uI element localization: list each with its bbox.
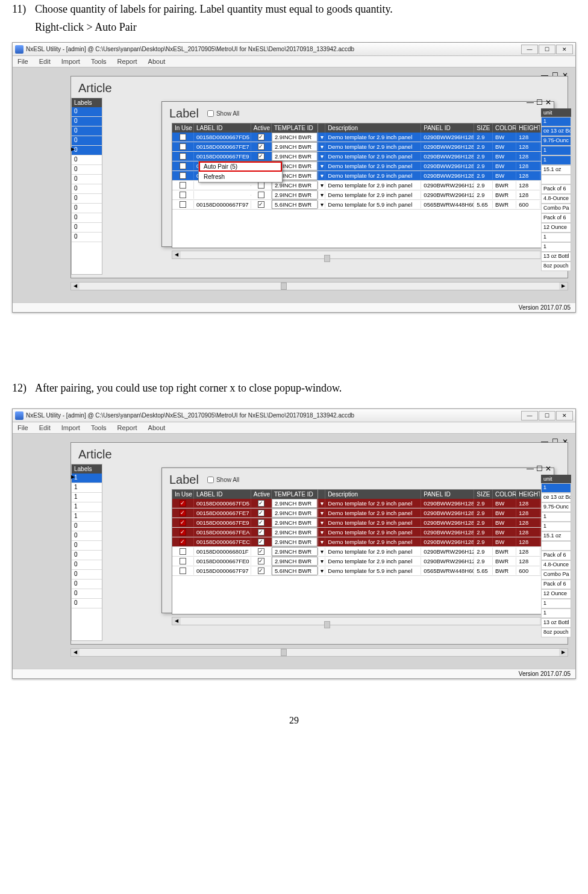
table-row[interactable]: 00158D0000667FE72.9INCH BWR▾Demo templat… — [172, 142, 548, 152]
inuse-checkbox[interactable] — [180, 500, 186, 507]
template-dropdown-icon[interactable]: ▾ — [317, 499, 325, 507]
table-row[interactable]: 00158D0000667FE92.9INCH BWR▾Demo templat… — [172, 152, 548, 161]
labels-cell[interactable]: 0 — [72, 522, 102, 531]
inuse-checkbox[interactable] — [180, 163, 186, 169]
labels-cell[interactable]: 0 — [72, 570, 102, 580]
outer-scroll-right[interactable]: ▶ — [559, 649, 568, 656]
minimize-button[interactable]: — — [521, 45, 538, 54]
labels-cell[interactable]: 0 — [72, 213, 102, 223]
labels-cell[interactable]: 1 — [72, 483, 102, 493]
template-dropdown-icon[interactable]: ▾ — [317, 133, 325, 141]
menu-file[interactable]: File — [17, 58, 28, 65]
unit-cell[interactable]: 1 — [541, 608, 571, 618]
template-dropdown-icon[interactable]: ▾ — [317, 201, 325, 208]
col-inuse[interactable]: In Use — [172, 123, 194, 133]
col-size[interactable]: SIZE — [474, 490, 493, 499]
labels-cell[interactable]: 0 — [72, 127, 102, 136]
inuse-checkbox[interactable] — [180, 143, 186, 150]
template-dropdown-icon[interactable]: ▾ — [317, 548, 325, 555]
unit-cell[interactable]: 1 — [541, 242, 571, 252]
grid-hscroll-2[interactable]: ◀▶ — [172, 617, 549, 625]
col-panel[interactable]: PANEL ID — [421, 123, 474, 133]
close-button[interactable]: ✕ — [556, 45, 573, 54]
labels-cell[interactable]: 1 — [72, 512, 102, 522]
inuse-checkbox[interactable] — [180, 558, 186, 564]
inuse-checkbox[interactable] — [180, 153, 186, 160]
unit-cell[interactable]: 4.8-Ounce — [541, 560, 571, 570]
col-inuse[interactable]: In Use — [172, 490, 194, 499]
labels-cell[interactable]: 0 — [72, 175, 102, 184]
unit-cell[interactable]: 1 — [541, 155, 571, 165]
table-row[interactable]: 00158D0000667F975.6INCH BWR▾Demo templat… — [172, 200, 548, 210]
labels-cell[interactable]: 0 — [72, 107, 102, 117]
unit-cell[interactable]: 9.75-Ounc — [541, 502, 571, 512]
unit-cell[interactable]: Pack of 6 — [541, 580, 571, 589]
outer-scroll-left[interactable]: ◀ — [71, 283, 80, 290]
popup-max-icon[interactable]: ☐ — [536, 464, 543, 473]
unit-cell[interactable]: 8oz pouch — [541, 261, 571, 271]
col-color[interactable]: COLOR — [493, 490, 516, 499]
unit-cell[interactable]: 1 — [541, 233, 571, 242]
template-dropdown-icon[interactable]: ▾ — [317, 538, 325, 546]
unit-cell[interactable]: 1 — [541, 483, 571, 493]
unit-cell[interactable]: 12 Ounce — [541, 223, 571, 233]
col-panel[interactable]: PANEL ID — [421, 490, 474, 499]
unit-cell[interactable]: 1 — [541, 146, 571, 155]
inuse-checkbox[interactable] — [180, 201, 186, 208]
labels-cell[interactable]: 0 — [72, 541, 102, 551]
unit-cell[interactable]: 13 oz Bottl — [541, 252, 571, 261]
template-dropdown-icon[interactable]: ▾ — [317, 567, 325, 575]
col-height[interactable]: HEIGHT — [516, 490, 540, 499]
labels-cell[interactable]: 1 — [72, 474, 102, 483]
active-checkbox[interactable] — [258, 143, 264, 150]
labels-cell[interactable]: 0 — [72, 531, 102, 541]
menu-auto-pair[interactable]: Auto Pair (5) — [199, 161, 282, 172]
unit-cell[interactable]: 1 — [541, 512, 571, 522]
cell-template[interactable]: 2.9INCH BWR — [272, 142, 317, 151]
inuse-checkbox[interactable] — [180, 567, 186, 574]
active-checkbox[interactable] — [258, 500, 264, 507]
unit-cell[interactable]: 9.75-Ounc — [541, 136, 571, 146]
cell-template[interactable]: 2.9INCH BWR — [272, 133, 317, 142]
template-dropdown-icon[interactable]: ▾ — [317, 509, 325, 517]
outer-scroll-left[interactable]: ◀ — [71, 649, 80, 656]
minimize-button[interactable]: — — [521, 411, 538, 420]
active-checkbox[interactable] — [258, 192, 264, 198]
menu-about[interactable]: About — [148, 58, 166, 65]
table-row[interactable]: 00158D0000667FD52.9INCH BWR▾Demo templat… — [172, 133, 548, 142]
col-size[interactable]: SIZE — [474, 123, 493, 133]
show-all-input-2[interactable] — [207, 477, 214, 483]
unit-cell[interactable]: Pack of 6 — [541, 551, 571, 560]
labels-cell[interactable]: 0 — [72, 117, 102, 127]
popup-max-icon[interactable]: ☐ — [536, 98, 543, 107]
labels-cell[interactable]: 0 — [72, 599, 102, 608]
menu-about[interactable]: About — [148, 424, 166, 431]
outer-scroll-thumb[interactable] — [281, 283, 287, 290]
table-row[interactable]: 00158D0000667FD52.9INCH BWR▾Demo templat… — [172, 499, 548, 508]
table-row[interactable]: 00158D0000667FE02.9INCH BWR▾Demo templat… — [172, 557, 548, 566]
active-checkbox[interactable] — [258, 182, 264, 189]
menu-import[interactable]: Import — [61, 58, 80, 65]
col-labelid[interactable]: LABEL ID — [194, 123, 251, 133]
table-row[interactable]: 00158D000066801F2.9INCH BWR▾Demo templat… — [172, 547, 548, 557]
menu-tools[interactable]: Tools — [91, 58, 107, 65]
labels-cell[interactable]: 0 — [72, 560, 102, 570]
col-color[interactable]: COLOR — [493, 123, 516, 133]
active-checkbox[interactable] — [258, 134, 264, 140]
template-dropdown-icon[interactable]: ▾ — [317, 181, 325, 189]
cell-template[interactable]: 2.9INCH BWR — [272, 537, 317, 546]
template-dropdown-icon[interactable]: ▾ — [317, 152, 325, 160]
table-row[interactable]: 2.9INCH BWR▾Demo template for 2.9 inch p… — [172, 190, 548, 200]
grid-hscroll[interactable]: ◀▶ — [172, 251, 549, 259]
labels-cell[interactable]: 0 — [72, 551, 102, 560]
popup-close-icon[interactable]: ✕ — [545, 98, 551, 107]
active-checkbox[interactable] — [258, 510, 264, 516]
label-grid-2[interactable]: In Use LABEL ID Active TEMPLATE ID Descr… — [172, 489, 549, 614]
active-checkbox[interactable] — [258, 529, 264, 536]
outer-scroll-thumb[interactable] — [281, 649, 287, 656]
outer-hscroll[interactable]: ◀▶ — [70, 282, 568, 290]
labels-cell[interactable]: 0 — [72, 233, 102, 242]
menu-import[interactable]: Import — [61, 424, 80, 431]
unit-cell[interactable]: 8oz pouch — [541, 628, 571, 637]
inuse-checkbox[interactable] — [180, 182, 186, 189]
